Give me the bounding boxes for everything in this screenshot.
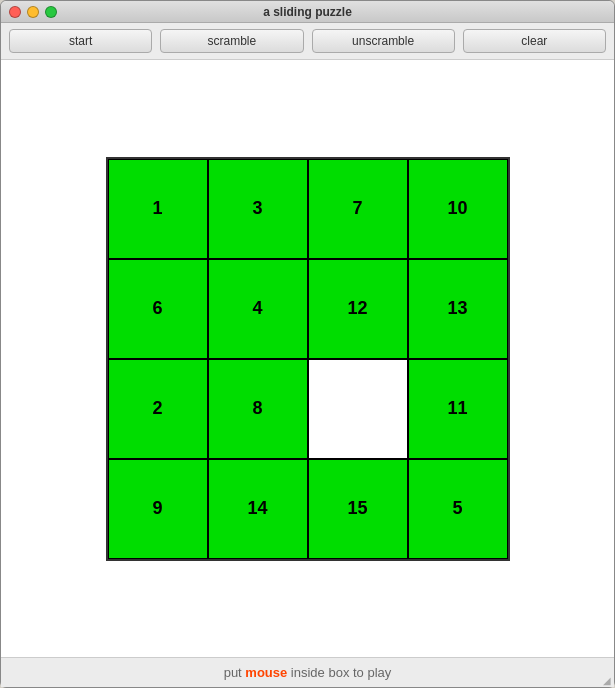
puzzle-cell[interactable]: 5 (408, 459, 508, 559)
main-content: 137106412132811914155 (1, 60, 614, 657)
puzzle-cell[interactable]: 3 (208, 159, 308, 259)
puzzle-cell[interactable]: 13 (408, 259, 508, 359)
title-bar: a sliding puzzle (1, 1, 614, 23)
puzzle-cell-empty[interactable] (308, 359, 408, 459)
puzzle-cell[interactable]: 9 (108, 459, 208, 559)
resize-handle[interactable]: ◢ (603, 675, 611, 686)
scramble-button[interactable]: scramble (160, 29, 303, 53)
maximize-button[interactable] (45, 6, 57, 18)
main-window: a sliding puzzle start scramble unscramb… (0, 0, 615, 688)
puzzle-cell[interactable]: 14 (208, 459, 308, 559)
puzzle-cell[interactable]: 2 (108, 359, 208, 459)
close-button[interactable] (9, 6, 21, 18)
status-text: put mouse inside box to play (224, 665, 392, 680)
puzzle-cell[interactable]: 1 (108, 159, 208, 259)
unscramble-button[interactable]: unscramble (312, 29, 455, 53)
puzzle-cell[interactable]: 4 (208, 259, 308, 359)
status-suffix: inside box to play (287, 665, 391, 680)
status-prefix: put (224, 665, 246, 680)
toolbar: start scramble unscramble clear (1, 23, 614, 60)
puzzle-grid[interactable]: 137106412132811914155 (106, 157, 510, 561)
window-title: a sliding puzzle (263, 5, 352, 19)
puzzle-cell[interactable]: 10 (408, 159, 508, 259)
puzzle-cell[interactable]: 7 (308, 159, 408, 259)
puzzle-cell[interactable]: 8 (208, 359, 308, 459)
start-button[interactable]: start (9, 29, 152, 53)
status-bar: put mouse inside box to play (1, 657, 614, 687)
puzzle-cell[interactable]: 15 (308, 459, 408, 559)
window-controls (9, 6, 57, 18)
puzzle-cell[interactable]: 6 (108, 259, 208, 359)
clear-button[interactable]: clear (463, 29, 606, 53)
puzzle-cell[interactable]: 12 (308, 259, 408, 359)
puzzle-cell[interactable]: 11 (408, 359, 508, 459)
minimize-button[interactable] (27, 6, 39, 18)
status-highlight: mouse (245, 665, 287, 680)
